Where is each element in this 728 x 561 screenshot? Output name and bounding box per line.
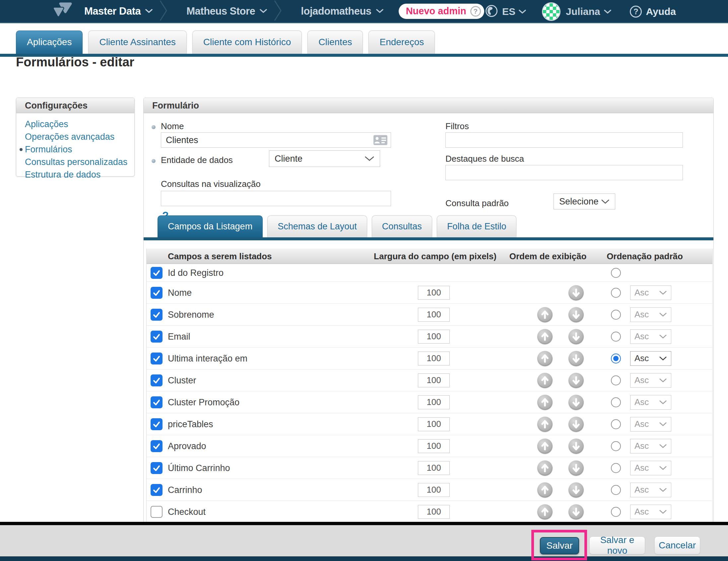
form-section-tab[interactable]: Folha de Estilo <box>437 215 517 237</box>
default-sort-radio[interactable] <box>611 354 621 364</box>
move-down-button[interactable] <box>568 307 584 322</box>
chevron-down-icon[interactable] <box>604 10 611 14</box>
field-checkbox[interactable] <box>151 484 163 496</box>
field-checkbox[interactable] <box>151 462 163 474</box>
move-up-button[interactable] <box>537 460 553 476</box>
sort-direction-select[interactable]: Asc <box>630 286 671 300</box>
cancel-button[interactable]: Cancelar <box>654 536 700 554</box>
move-up-button[interactable] <box>537 417 553 432</box>
sort-direction-select[interactable]: Asc <box>630 483 671 497</box>
form-section-tab[interactable]: Campos da Listagem <box>158 215 263 237</box>
field-checkbox[interactable] <box>151 375 163 386</box>
move-down-button[interactable] <box>568 373 584 388</box>
account-switcher[interactable]: lojadomatheus <box>301 5 383 17</box>
save-and-new-button[interactable]: Salvar e novo <box>589 536 645 554</box>
sort-direction-select[interactable]: Asc <box>630 351 671 366</box>
field-checkbox[interactable] <box>151 440 163 452</box>
field-width-input[interactable] <box>418 417 450 431</box>
field-width-input[interactable] <box>418 352 450 366</box>
field-width-input[interactable] <box>418 505 450 519</box>
field-checkbox[interactable] <box>151 309 163 321</box>
store-switcher[interactable]: Matheus Store <box>186 5 267 17</box>
move-up-button[interactable] <box>537 395 553 410</box>
field-checkbox[interactable] <box>151 396 163 408</box>
form-section-tab[interactable]: Consultas <box>372 215 432 237</box>
move-up-button[interactable] <box>537 329 553 344</box>
field-checkbox[interactable] <box>151 287 163 299</box>
chevron-down-icon[interactable] <box>519 10 526 14</box>
field-width-input[interactable] <box>418 330 450 344</box>
filtros-input[interactable] <box>445 132 683 148</box>
sort-direction-select[interactable]: Asc <box>630 308 671 322</box>
consultas-visualizacao-input[interactable] <box>161 191 391 206</box>
move-up-button[interactable] <box>537 351 553 366</box>
move-up-button[interactable] <box>537 504 553 520</box>
move-up-button[interactable] <box>537 482 553 498</box>
badge-help-icon[interactable]: ? <box>470 6 481 17</box>
user-avatar[interactable] <box>542 2 561 21</box>
field-width-input[interactable] <box>418 308 450 322</box>
move-down-button[interactable] <box>568 285 584 301</box>
move-down-button[interactable] <box>568 504 584 520</box>
field-width-input[interactable] <box>418 395 450 409</box>
sort-direction-select[interactable]: Asc <box>630 417 671 432</box>
default-sort-radio[interactable] <box>611 288 621 298</box>
move-up-button[interactable] <box>537 439 553 454</box>
field-checkbox[interactable] <box>151 506 163 518</box>
default-sort-radio[interactable] <box>611 419 621 429</box>
module-tab[interactable]: Cliente com Histórico <box>192 31 302 54</box>
default-sort-radio[interactable] <box>611 310 621 320</box>
new-admin-badge[interactable]: Nuevo admin ? <box>399 4 484 19</box>
sidebar-item[interactable]: Estrutura de dados <box>16 168 134 181</box>
help-icon[interactable]: ? <box>630 6 642 18</box>
move-down-button[interactable] <box>568 460 584 476</box>
move-down-button[interactable] <box>568 482 584 498</box>
field-checkbox[interactable] <box>151 331 163 343</box>
destaques-input[interactable] <box>445 165 683 180</box>
product-switcher[interactable]: Master Data <box>84 5 153 17</box>
field-width-input[interactable] <box>418 483 450 497</box>
sidebar-item[interactable]: Consultas personalizadas <box>16 156 134 168</box>
vtex-logo-icon[interactable] <box>52 2 72 20</box>
sort-direction-select[interactable]: Asc <box>630 329 671 344</box>
move-down-button[interactable] <box>568 417 584 432</box>
field-width-input[interactable] <box>418 461 450 475</box>
move-down-button[interactable] <box>568 329 584 344</box>
user-menu[interactable]: Juliana <box>566 6 600 17</box>
move-down-button[interactable] <box>568 351 584 366</box>
module-tab[interactable]: Aplicações <box>16 31 83 54</box>
sort-direction-select[interactable]: Asc <box>630 505 671 519</box>
sort-direction-select[interactable]: Asc <box>630 373 671 388</box>
sidebar-item[interactable]: Aplicações <box>16 118 134 130</box>
default-sort-radio[interactable] <box>611 376 621 386</box>
default-sort-radio[interactable] <box>611 463 621 473</box>
move-down-button[interactable] <box>568 395 584 410</box>
default-sort-radio[interactable] <box>611 397 621 407</box>
sidebar-item[interactable]: Operações avançadas <box>16 130 134 143</box>
module-tab[interactable]: Endereços <box>368 31 435 54</box>
sidebar-item[interactable]: Formulários <box>16 143 134 156</box>
default-sort-radio[interactable] <box>611 485 621 495</box>
entidade-select[interactable]: Cliente <box>269 150 380 167</box>
field-checkbox[interactable] <box>151 353 163 365</box>
sort-direction-select[interactable]: Asc <box>630 439 671 454</box>
default-sort-radio[interactable] <box>611 507 621 517</box>
default-sort-radio[interactable] <box>611 332 621 342</box>
form-section-tab[interactable]: Schemas de Layout <box>267 215 367 237</box>
field-checkbox[interactable] <box>151 418 163 430</box>
module-tab[interactable]: Clientes <box>307 31 363 54</box>
default-sort-radio[interactable] <box>611 441 621 451</box>
move-up-button[interactable] <box>537 373 553 388</box>
language-selector[interactable]: ES <box>502 6 515 17</box>
move-up-button[interactable] <box>537 307 553 322</box>
move-down-button[interactable] <box>568 439 584 454</box>
field-width-input[interactable] <box>418 286 450 300</box>
field-width-input[interactable] <box>418 374 450 387</box>
field-width-input[interactable] <box>418 439 450 453</box>
help-link[interactable]: Ayuda <box>646 6 676 17</box>
sort-direction-select[interactable]: Asc <box>630 395 671 410</box>
consulta-padrao-select[interactable]: Selecione <box>554 193 615 209</box>
module-tab[interactable]: Cliente Assinantes <box>88 31 186 54</box>
nome-input[interactable] <box>161 132 391 148</box>
field-checkbox[interactable] <box>151 267 163 279</box>
